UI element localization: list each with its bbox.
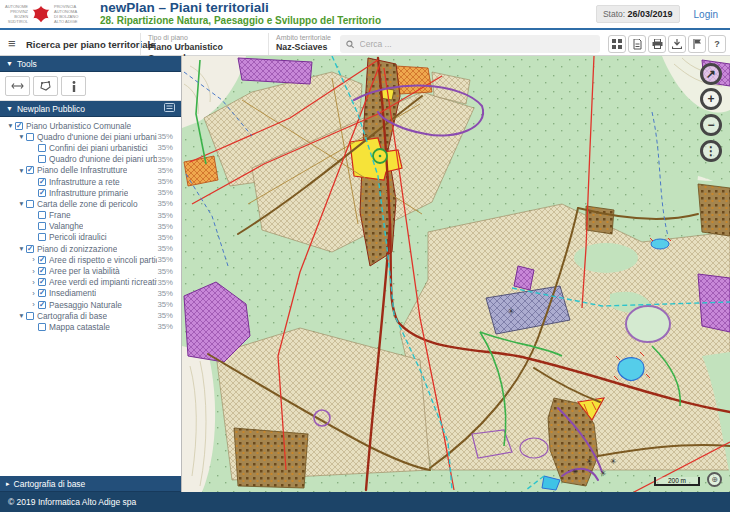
- layer-checkbox[interactable]: ✓: [38, 289, 46, 297]
- layer-label[interactable]: Confini dei piani urbanistici: [49, 143, 148, 153]
- expander-icon[interactable]: ▾: [6, 121, 15, 130]
- layer-tree-item[interactable]: ›✓Aree di rispetto e vincoli particolari…: [2, 254, 177, 265]
- expander-icon[interactable]: ›: [29, 255, 38, 264]
- layer-label[interactable]: Pericoli idraulici: [49, 232, 107, 242]
- logo-text-it: PROVINCIAAUTONOMADI BOLZANOALTO ADIGE: [54, 4, 78, 24]
- layer-label[interactable]: Infrastrutture a rete: [49, 177, 120, 187]
- layer-checkbox[interactable]: ✓: [38, 256, 46, 264]
- print-button[interactable]: [648, 35, 666, 53]
- layer-tree-item[interactable]: Pericoli idraulici35%: [2, 232, 177, 243]
- layer-label[interactable]: Piano Urbanistico Comunale: [26, 121, 131, 131]
- tools-panel-title: Tools: [17, 59, 37, 69]
- layer-tree-item[interactable]: Mappa catastale35%: [2, 321, 177, 332]
- layer-tree-item[interactable]: ▾Quadro d'unione dei piani urbanistici35…: [2, 131, 177, 142]
- search-box[interactable]: [340, 35, 600, 53]
- expander-icon[interactable]: ▾: [17, 244, 26, 253]
- layer-tree-item[interactable]: ✓Infrastrutture a rete35%: [2, 176, 177, 187]
- layer-checkbox[interactable]: [26, 133, 34, 141]
- extent-button[interactable]: ↗: [700, 63, 722, 85]
- layer-tree-item[interactable]: ▾✓Piano di zonizzazione35%: [2, 243, 177, 254]
- layer-checkbox[interactable]: [26, 200, 34, 208]
- layer-label[interactable]: Quadro d'unione dei piani urbanistici: [49, 154, 157, 164]
- login-link[interactable]: Login: [694, 9, 718, 20]
- layer-checkbox[interactable]: ✓: [38, 189, 46, 197]
- layer-label[interactable]: Carta delle zone di pericolo: [37, 199, 138, 209]
- layer-tree-item[interactable]: ▾✓Piano delle Infrastrutture35%: [2, 165, 177, 176]
- expander-icon[interactable]: ›: [29, 278, 38, 287]
- layer-tree-item[interactable]: ›✓Aree per la viabilità35%: [2, 265, 177, 276]
- layer-tree-item[interactable]: ›✓Paesaggio Naturale35%: [2, 299, 177, 310]
- layer-label[interactable]: Piano delle Infrastrutture: [37, 165, 127, 175]
- layer-checkbox[interactable]: [38, 211, 46, 219]
- layer-label[interactable]: Mappa catastale: [49, 322, 110, 332]
- layers-panel-header[interactable]: ▼ Newplan Pubblico: [0, 101, 181, 117]
- apps-grid-button[interactable]: [608, 35, 626, 53]
- layer-checkbox[interactable]: ✓: [38, 278, 46, 286]
- info-button[interactable]: [61, 76, 86, 96]
- plan-type-field[interactable]: Tipo di piano Piano Urbanistico Comunale: [140, 33, 265, 55]
- zoom-out-button[interactable]: −: [700, 114, 722, 136]
- layer-opacity: 35%: [157, 211, 177, 220]
- compass-icon: ⊕: [707, 472, 722, 487]
- menu-icon[interactable]: ≡: [8, 36, 16, 51]
- layer-label[interactable]: Quadro d'unione dei piani urbanistici: [37, 132, 157, 142]
- layer-label[interactable]: Infrastrutture primarie: [49, 188, 128, 198]
- layer-tree-item[interactable]: Valanghe35%: [2, 221, 177, 232]
- layer-checkbox[interactable]: [38, 222, 46, 230]
- layer-label[interactable]: Insediamenti: [49, 288, 96, 298]
- layer-tree-item[interactable]: Confini dei piani urbanistici35%: [2, 142, 177, 153]
- more-tools-button[interactable]: ⋮: [700, 140, 722, 162]
- layer-checkbox[interactable]: ✓: [26, 245, 34, 253]
- layer-label[interactable]: Cartografia di base: [37, 311, 107, 321]
- layer-label[interactable]: Valanghe: [49, 221, 83, 231]
- search-mode-title[interactable]: Ricerca per piano territoriale: [26, 39, 155, 50]
- layer-tree-item[interactable]: ▾Cartografia di base35%: [2, 310, 177, 321]
- expander-icon[interactable]: ›: [29, 289, 38, 298]
- layer-checkbox[interactable]: ✓: [38, 178, 46, 186]
- tools-panel-header[interactable]: ▼ Tools: [0, 56, 181, 72]
- layer-tree-item[interactable]: ›✓Aree verdi ed impianti ricreativi35%: [2, 277, 177, 288]
- report-icon: [633, 39, 642, 50]
- layer-tree-item[interactable]: ▾Carta delle zone di pericolo35%: [2, 198, 177, 209]
- layer-label[interactable]: Aree verdi ed impianti ricreativi: [49, 277, 157, 287]
- layer-label[interactable]: Aree di rispetto e vincoli particolari: [49, 255, 157, 265]
- layer-tree-item[interactable]: ▾✓Piano Urbanistico Comunale: [2, 120, 177, 131]
- basemap-panel-header[interactable]: ▸ Cartografia di base: [0, 476, 181, 492]
- layer-tree-item[interactable]: Quadro d'unione dei piani urbanistici35%: [2, 154, 177, 165]
- measure-area-button[interactable]: [33, 76, 58, 96]
- measure-distance-button[interactable]: [5, 76, 30, 96]
- expander-icon[interactable]: ›: [29, 300, 38, 309]
- layer-checkbox[interactable]: ✓: [15, 122, 23, 130]
- zoom-in-button[interactable]: +: [700, 88, 722, 110]
- legend-icon[interactable]: [164, 103, 175, 114]
- layer-tree-item[interactable]: Frane35%: [2, 210, 177, 221]
- map-canvas[interactable]: ✳: [182, 56, 730, 492]
- expander-icon[interactable]: ▾: [17, 199, 26, 208]
- report-button[interactable]: [628, 35, 646, 53]
- layer-label[interactable]: Piano di zonizzazione: [37, 244, 117, 254]
- search-input[interactable]: [360, 39, 594, 49]
- expander-icon[interactable]: ▾: [17, 166, 26, 175]
- status-label: Stato:: [603, 9, 625, 19]
- layer-checkbox[interactable]: [38, 233, 46, 241]
- layer-label[interactable]: Paesaggio Naturale: [49, 300, 122, 310]
- flag-button[interactable]: [688, 35, 706, 53]
- territory-field[interactable]: Ambito territoriale Naz-Sciaves: [268, 33, 334, 55]
- help-button[interactable]: ?: [708, 35, 726, 53]
- layer-opacity: 35%: [157, 222, 177, 231]
- layer-checkbox[interactable]: [38, 155, 46, 163]
- layer-checkbox[interactable]: [38, 323, 46, 331]
- expander-icon[interactable]: ▾: [17, 132, 26, 141]
- export-button[interactable]: [668, 35, 686, 53]
- layer-checkbox[interactable]: [26, 312, 34, 320]
- layer-label[interactable]: Aree per la viabilità: [49, 266, 120, 276]
- layer-checkbox[interactable]: [38, 144, 46, 152]
- layer-checkbox[interactable]: ✓: [26, 166, 34, 174]
- layer-label[interactable]: Frane: [49, 210, 71, 220]
- layer-checkbox[interactable]: ✓: [38, 301, 46, 309]
- layer-checkbox[interactable]: ✓: [38, 267, 46, 275]
- expander-icon[interactable]: ›: [29, 267, 38, 276]
- layer-tree-item[interactable]: ✓Infrastrutture primarie35%: [2, 187, 177, 198]
- expander-icon[interactable]: ▾: [17, 311, 26, 320]
- layer-tree-item[interactable]: ›✓Insediamenti35%: [2, 288, 177, 299]
